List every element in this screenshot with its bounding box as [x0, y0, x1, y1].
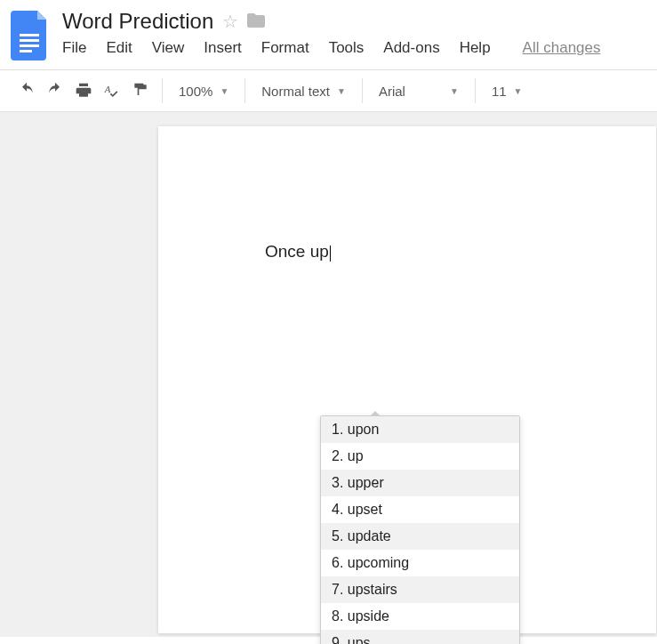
- spellcheck-button[interactable]: A: [98, 76, 126, 105]
- redo-button[interactable]: [41, 76, 69, 105]
- print-button[interactable]: [69, 76, 98, 105]
- menu-view[interactable]: View: [152, 39, 185, 57]
- toolbar-separator: [475, 78, 476, 103]
- all-changes-link[interactable]: All changes: [523, 39, 601, 57]
- fontsize-value: 11: [492, 84, 507, 99]
- menu-edit[interactable]: Edit: [106, 39, 132, 57]
- document-text: Once up: [265, 242, 329, 261]
- document-title[interactable]: Word Prediction: [62, 9, 213, 34]
- menu-tools[interactable]: Tools: [329, 39, 365, 57]
- chevron-down-icon: ▼: [337, 86, 346, 96]
- style-value: Normal text: [261, 84, 330, 99]
- zoom-value: 100%: [179, 84, 212, 99]
- svg-rect-3: [20, 50, 32, 52]
- menu-file[interactable]: File: [62, 39, 86, 57]
- chevron-down-icon: ▼: [514, 86, 523, 96]
- chevron-down-icon: ▼: [220, 86, 228, 96]
- undo-button[interactable]: [12, 76, 41, 105]
- folder-icon[interactable]: [247, 12, 265, 32]
- suggestion-item[interactable]: 1. upon: [321, 416, 519, 443]
- fontsize-dropdown[interactable]: 11 ▼: [483, 84, 532, 99]
- menu-help[interactable]: Help: [460, 39, 491, 57]
- text-cursor: [330, 246, 331, 262]
- suggestion-item[interactable]: 2. up: [321, 443, 519, 470]
- canvas: Once up 1. upon2. up3. upper4. upset5. u…: [0, 112, 657, 637]
- toolbar: A 100% ▼ Normal text ▼ Arial ▼ 11 ▼: [0, 69, 657, 112]
- star-icon[interactable]: ☆: [222, 11, 238, 32]
- suggestion-item[interactable]: 4. upset: [321, 496, 519, 523]
- zoom-dropdown[interactable]: 100% ▼: [170, 84, 237, 99]
- menu-bar: File Edit View Insert Format Tools Add-o…: [62, 39, 657, 57]
- docs-logo-icon[interactable]: [11, 11, 50, 60]
- header: Word Prediction ☆ File Edit View Insert …: [0, 0, 657, 60]
- dropdown-arrow-icon: [370, 411, 381, 416]
- svg-rect-0: [20, 34, 39, 36]
- menu-addons[interactable]: Add-ons: [383, 39, 439, 57]
- suggestion-item[interactable]: 3. upper: [321, 470, 519, 496]
- header-content: Word Prediction ☆ File Edit View Insert …: [62, 9, 657, 57]
- svg-rect-1: [20, 39, 39, 42]
- svg-text:A: A: [104, 84, 111, 94]
- chevron-down-icon: ▼: [450, 86, 459, 96]
- toolbar-separator: [362, 78, 363, 103]
- svg-rect-2: [20, 44, 39, 47]
- paint-format-button[interactable]: [126, 76, 155, 105]
- title-row: Word Prediction ☆: [62, 9, 657, 34]
- suggestion-item[interactable]: 8. upside: [321, 603, 519, 630]
- word-prediction-dropdown: 1. upon2. up3. upper4. upset5. update6. …: [320, 415, 520, 644]
- style-dropdown[interactable]: Normal text ▼: [252, 84, 355, 99]
- font-dropdown[interactable]: Arial ▼: [370, 84, 468, 99]
- toolbar-separator: [162, 78, 163, 103]
- suggestion-item[interactable]: 9. ups: [321, 630, 519, 644]
- menu-insert[interactable]: Insert: [204, 39, 242, 57]
- suggestion-item[interactable]: 6. upcoming: [321, 550, 519, 576]
- toolbar-separator: [244, 78, 245, 103]
- font-value: Arial: [379, 84, 405, 99]
- suggestion-item[interactable]: 7. upstairs: [321, 576, 519, 603]
- menu-format[interactable]: Format: [261, 39, 309, 57]
- suggestion-item[interactable]: 5. update: [321, 523, 519, 550]
